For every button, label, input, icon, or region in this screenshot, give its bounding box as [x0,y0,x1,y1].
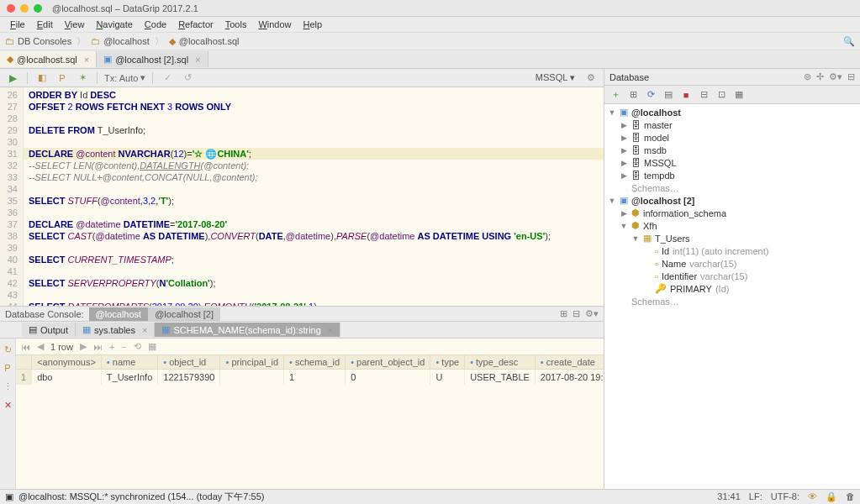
tree-node[interactable]: Schemas… [604,295,860,307]
expand-arrow-icon[interactable]: ▼ [620,222,628,230]
close-icon[interactable]: × [84,55,89,65]
code-line[interactable]: SELECT CURRENT_TIMESTAMP; [29,254,599,265]
code-line[interactable]: SELECT CAST(@datetime AS DATETIME),CONVE… [29,230,599,242]
grid-button[interactable]: ▦ [148,341,156,352]
expand-arrow-icon[interactable]: ▶ [620,121,628,129]
tree-node[interactable]: Schemas… [604,181,860,194]
code-line[interactable]: OFFSET 2 ROWS FETCH NEXT 3 ROWS ONLY [29,101,599,113]
tree-node[interactable]: ▫Name varchar(15) [604,257,860,270]
code-line[interactable]: ORDER BY Id DESC [29,89,599,101]
expand-arrow-icon[interactable]: ▼ [608,108,616,117]
expand-arrow-icon[interactable]: ▶ [620,134,628,142]
synchronize-button[interactable]: ⟳ [643,88,658,102]
menu-file[interactable]: File [5,19,30,29]
column-header[interactable]: • principal_id [225,357,278,367]
toolbar-button[interactable]: ⊡ [714,88,729,102]
code-line[interactable] [29,136,599,148]
code-line[interactable]: DELETE FROM T_UserInfo; [29,124,599,136]
remove-row-button[interactable]: − [121,342,126,352]
next-page-button[interactable]: ▶ [80,341,87,352]
table-cell[interactable]: 1 [284,370,346,386]
tree-node[interactable]: ▼⬢Xfh [604,219,860,232]
menu-refactor[interactable]: Refactor [173,19,219,29]
hide-icon[interactable]: ⊟ [847,71,855,82]
tree-node[interactable]: ▫Id int(11) (auto increment) [604,244,860,257]
expand-arrow-icon[interactable]: ▶ [620,146,628,155]
column-header[interactable]: • create_date [541,357,595,367]
menu-view[interactable]: View [60,19,90,29]
editor-code[interactable]: ORDER BY Id DESCOFFSET 2 ROWS FETCH NEXT… [24,87,604,306]
prev-page-button[interactable]: ◀ [37,341,44,352]
search-icon[interactable]: 🔍 [843,36,855,47]
table-cell[interactable]: dbo [32,370,102,386]
gear-icon[interactable]: ⚙▾ [829,71,842,82]
collapse-icon[interactable]: ⊚ [804,71,811,82]
breadcrumb-item[interactable]: 🗀@localhost [91,36,150,46]
close-window-button[interactable] [7,4,15,13]
tree-node[interactable]: ▫Identifier varchar(15) [604,270,860,282]
code-line[interactable]: DECLARE @datetime DATETIME='2017-08-20' [29,218,599,230]
expand-arrow-icon[interactable]: ▶ [620,171,628,180]
settings-button[interactable]: ⚙ [583,71,599,86]
code-line[interactable] [29,265,599,277]
table-cell[interactable]: 1221579390 [158,370,220,386]
line-sep[interactable]: LF: [749,491,762,502]
explain-plan-button[interactable]: ◧ [34,71,50,86]
result-tab-output[interactable]: ▤ Output [22,323,76,337]
duplicate-button[interactable]: ⊞ [625,88,641,102]
tree-node[interactable]: ▶🗄msdb [604,144,860,156]
tree-node[interactable]: ▶🗄MSSQL [604,156,860,169]
breadcrumb-item[interactable]: ◆@localhost.sql [169,36,240,47]
tree-node[interactable]: ▶🗄model [604,131,860,144]
expand-arrow-icon[interactable]: ▼ [631,234,640,243]
tree-node[interactable]: ▶⬢information_schema [604,207,860,219]
minimize-window-button[interactable] [20,4,29,13]
add-datasource-button[interactable]: ＋ [608,88,623,102]
table-cell[interactable] [220,370,284,386]
cancel-button[interactable]: ✕ [0,397,15,412]
expand-arrow-icon[interactable]: ▼ [608,197,616,205]
tree-node[interactable]: ▼▣@localhost [604,106,860,118]
expand-arrow-icon[interactable]: ▶ [620,209,628,218]
breadcrumb-item[interactable]: 🗀DB Consoles [5,36,71,46]
column-header[interactable]: <anonymous> [37,357,96,367]
code-line[interactable] [29,242,599,254]
result-tab[interactable]: ▦ sys.tables × [76,323,155,337]
code-line[interactable] [29,289,599,301]
table-cell[interactable]: USER_TABLE [465,370,536,386]
console-tab[interactable]: @localhost [2] [148,307,220,321]
filter-button[interactable]: ▤ [661,88,676,102]
toolbar-button[interactable]: ⊟ [696,88,711,102]
encoding[interactable]: UTF-8: [771,491,799,502]
menu-help[interactable]: Help [298,19,328,29]
column-header[interactable]: • parent_object_id [351,357,425,367]
expand-arrow-icon[interactable]: ▶ [620,159,628,167]
editor-tab[interactable]: ◆ @localhost.sql × [0,51,97,67]
tree-node[interactable]: ▼▣@localhost [2] [604,194,860,207]
add-row-button[interactable]: + [109,342,114,352]
tree-node[interactable]: ▶🗄master [604,118,860,131]
rollback-button[interactable]: ✶ [75,71,90,86]
table-cell[interactable]: U [430,370,465,386]
database-tree[interactable]: ▼▣@localhost▶🗄master▶🗄model▶🗄msdb▶🗄MSSQL… [604,104,860,489]
code-line[interactable]: --SELECT NULL+@content,CONCAT(NULL,@cont… [29,171,599,183]
last-page-button[interactable]: ⏭ [93,342,103,352]
run-button[interactable]: ▶ [5,71,20,86]
restore-layout-button[interactable]: ⊞ [560,308,567,319]
table-cell[interactable]: 0 [346,370,430,386]
first-page-button[interactable]: ⏮ [21,342,30,352]
column-header[interactable]: • name [107,357,135,367]
inspector-icon[interactable]: 👁 [808,491,817,502]
menu-code[interactable]: Code [140,19,171,29]
close-icon[interactable]: × [195,55,200,65]
menu-window[interactable]: Window [253,19,296,29]
code-line[interactable]: SELECT STUFF(@content,3,2,'T'); [29,195,599,207]
menu-tools[interactable]: Tools [220,19,252,29]
code-line[interactable]: --SELECT LEN(@content),DATALENGTH(@conte… [29,160,599,171]
column-header[interactable]: • type [435,357,459,367]
column-header[interactable]: • schema_id [289,357,340,367]
code-line[interactable]: SELECT SERVERPROPERTY(N'Collation'); [29,277,599,289]
code-line[interactable] [29,113,599,124]
datasource-dropdown[interactable]: MSSQL ▾ [536,72,575,83]
code-line[interactable] [29,207,599,218]
